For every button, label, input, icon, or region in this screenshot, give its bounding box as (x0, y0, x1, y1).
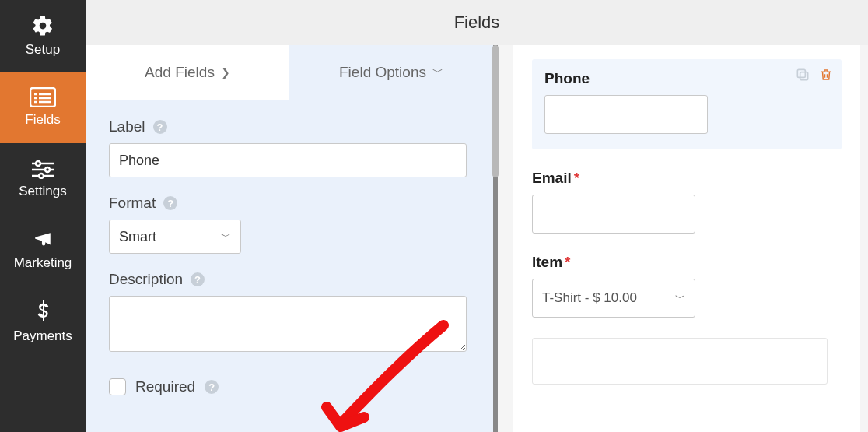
chevron-down-icon: ﹀ (675, 291, 685, 305)
field-options-panel: Label ? Format ? Smart ﹀ Description ? (86, 100, 493, 403)
trash-icon[interactable] (818, 67, 834, 83)
help-icon[interactable]: ? (205, 380, 219, 394)
chevron-down-icon: ﹀ (432, 65, 443, 79)
sidebar-item-label: Settings (19, 184, 66, 199)
required-indicator: * (574, 170, 579, 187)
tabs: Add Fields ❯ Field Options ﹀ (86, 45, 493, 100)
svg-rect-14 (797, 69, 805, 77)
scrollbar[interactable] (492, 45, 499, 177)
format-value: Smart (119, 229, 156, 245)
preview-field-placeholder (532, 338, 828, 385)
help-icon[interactable]: ? (153, 120, 167, 134)
preview-email-label: Email (532, 170, 572, 187)
svg-point-12 (39, 174, 44, 178)
preview-field-email[interactable]: Email * (532, 170, 842, 234)
sidebar-item-label: Marketing (14, 255, 72, 271)
chevron-right-icon: ❯ (221, 66, 230, 79)
preview-email-input[interactable] (532, 195, 695, 234)
format-select[interactable]: Smart ﹀ (109, 220, 241, 254)
tab-field-options[interactable]: Field Options ﹀ (289, 45, 493, 100)
help-icon[interactable]: ? (191, 272, 205, 286)
svg-point-8 (36, 161, 40, 166)
sidebar-item-payments[interactable]: Payments (0, 286, 86, 358)
help-icon[interactable]: ? (163, 196, 177, 210)
bullhorn-icon (31, 230, 54, 251)
list-icon (30, 87, 56, 107)
required-indicator: * (565, 254, 570, 271)
left-panel: Add Fields ❯ Field Options ﹀ Label ? For… (86, 45, 498, 432)
sidebar-item-label: Payments (13, 328, 72, 344)
preview-item-label: Item (532, 254, 562, 271)
sidebar-item-settings[interactable]: Settings (0, 143, 86, 215)
dollar-icon (36, 300, 50, 324)
preview-item-selected: T-Shirt - $ 10.00 (542, 290, 637, 306)
preview-field-phone[interactable]: Phone (532, 59, 842, 149)
label-caption: Label (109, 118, 145, 135)
format-caption: Format (109, 195, 156, 212)
sliders-icon (30, 159, 55, 179)
svg-point-10 (45, 167, 50, 172)
sidebar-item-label: Setup (26, 42, 60, 58)
preview-phone-input[interactable] (544, 95, 708, 134)
sidebar: Setup Fields Settings Marketing Payments (0, 0, 86, 432)
gear-icon (31, 14, 54, 37)
preview-field-item[interactable]: Item * T-Shirt - $ 10.00 ﹀ (532, 254, 842, 318)
sidebar-item-setup[interactable]: Setup (0, 0, 86, 72)
sidebar-item-label: Fields (25, 112, 60, 128)
chevron-down-icon: ﹀ (221, 230, 231, 244)
sidebar-item-fields[interactable]: Fields (0, 72, 86, 143)
required-caption: Required (135, 378, 195, 395)
duplicate-icon[interactable] (795, 67, 810, 83)
description-textarea[interactable] (109, 296, 467, 352)
preview-item-select[interactable]: T-Shirt - $ 10.00 ﹀ (532, 279, 695, 318)
sidebar-item-marketing[interactable]: Marketing (0, 215, 86, 286)
tab-label: Add Fields (145, 64, 215, 81)
form-preview: Phone Email * Item * T-Shirt - $ 10.00 ﹀ (513, 45, 860, 432)
svg-rect-13 (800, 72, 808, 80)
preview-phone-label: Phone (544, 70, 590, 87)
page-header: Fields (86, 0, 868, 45)
page-title: Fields (454, 12, 500, 33)
tab-label: Field Options (339, 64, 426, 81)
required-checkbox[interactable] (109, 378, 126, 395)
description-caption: Description (109, 271, 183, 288)
tab-add-fields[interactable]: Add Fields ❯ (86, 45, 289, 100)
label-input[interactable] (109, 143, 467, 177)
